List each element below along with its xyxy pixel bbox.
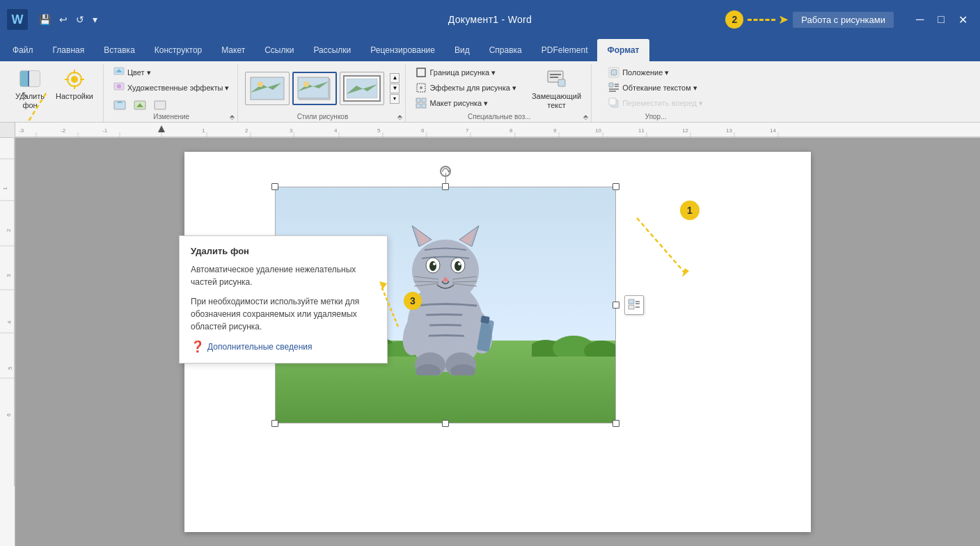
compress-images-button[interactable] xyxy=(111,98,129,113)
ribbon-group-change: Цвет ▾ Художественные эффекты ▾ xyxy=(105,64,239,122)
title-bar-left: W 💾 ↩ ↺ ▾ xyxy=(7,9,100,30)
ribbon-group-styles: ▲ ▼ ▾ Стили рисунков ⬘ xyxy=(239,64,406,122)
wrap-text-button[interactable]: Обтекание текстом ▾ xyxy=(606,81,700,95)
style-thumb-1[interactable] xyxy=(245,72,290,105)
svg-rect-30 xyxy=(416,104,420,108)
tab-layout[interactable]: Макет xyxy=(212,39,255,61)
handle-mid-right[interactable] xyxy=(612,302,619,309)
svg-rect-37 xyxy=(611,70,617,75)
cat-illustration xyxy=(376,215,515,375)
handle-top-right[interactable] xyxy=(612,183,619,190)
border-button[interactable]: Граница рисунка ▾ xyxy=(413,65,519,79)
svg-rect-21 xyxy=(298,77,329,98)
picture-effects-button[interactable]: Эффекты для рисунка ▾ xyxy=(413,81,519,95)
svg-rect-29 xyxy=(422,98,426,102)
image-layout-button[interactable] xyxy=(624,295,644,315)
tab-review[interactable]: Рецензирование xyxy=(361,39,445,61)
tab-references[interactable]: Ссылки xyxy=(255,39,303,61)
maximize-button[interactable]: □ xyxy=(932,12,950,28)
styles-group-expand[interactable]: ⬘ xyxy=(397,114,402,120)
tab-pdfelement[interactable]: PDFelement xyxy=(532,39,598,61)
tab-design[interactable]: Конструктор xyxy=(145,39,212,61)
tab-home[interactable]: Главная xyxy=(43,39,95,61)
style-scroll-more[interactable]: ▾ xyxy=(390,94,400,104)
svg-rect-2 xyxy=(29,71,40,86)
handle-top-left[interactable] xyxy=(271,183,278,190)
svg-rect-28 xyxy=(416,98,420,102)
qa-dropdown-button[interactable]: ▾ xyxy=(90,13,100,26)
placeholder-text-button[interactable]: Замещающийтекст xyxy=(528,65,585,113)
art-effects-icon xyxy=(113,82,125,93)
svg-text:3: 3 xyxy=(6,274,12,277)
style-scroll-down[interactable]: ▼ xyxy=(390,84,400,93)
svg-text:4: 4 xyxy=(334,127,338,134)
redo-button[interactable]: ↺ xyxy=(73,13,87,26)
wrap-text-icon xyxy=(608,82,619,93)
svg-rect-46 xyxy=(15,136,980,137)
remove-bg-button[interactable]: Удалитьфон ↖ xyxy=(11,65,49,113)
style-scroll-up[interactable]: ▲ xyxy=(390,73,400,83)
svg-rect-134 xyxy=(629,299,634,304)
reset-image-button[interactable] xyxy=(151,98,169,113)
tab-file[interactable]: Файл xyxy=(3,39,43,61)
ribbon-tabs: Файл Главная Вставка Конструктор Макет С… xyxy=(0,39,980,61)
art-effects-label: Художественные эффекты ▾ xyxy=(127,84,230,93)
title-bar: W 💾 ↩ ↺ ▾ Документ1 - Word 2 ➤ Работа с … xyxy=(0,0,980,39)
bring-forward-button[interactable]: Переместить вперед ▾ xyxy=(606,96,706,110)
color-button[interactable]: Цвет ▾ xyxy=(111,65,154,79)
tooltip-text1: Автоматическое удаление нежелательных ча… xyxy=(191,263,376,288)
styles-group-label: Стили рисунков xyxy=(239,113,405,120)
svg-rect-128 xyxy=(480,315,490,324)
picture-effects-icon xyxy=(416,82,427,93)
save-button[interactable]: 💾 xyxy=(36,13,54,26)
svg-text:12: 12 xyxy=(682,127,688,134)
tab-view[interactable]: Вид xyxy=(445,39,480,61)
bushes-right xyxy=(532,329,615,357)
style-thumb-2-inner xyxy=(294,73,335,104)
svg-text:13: 13 xyxy=(726,127,732,134)
svg-rect-31 xyxy=(422,104,426,108)
placeholder-label: Замещающийтекст xyxy=(532,92,581,110)
cursor-icon: ↖ xyxy=(21,89,29,100)
effects-group-expand[interactable]: ⬘ xyxy=(583,114,588,120)
svg-point-22 xyxy=(303,81,309,87)
change-image-button[interactable] xyxy=(131,98,149,113)
reset-img-icon xyxy=(154,99,166,111)
tooltip-link[interactable]: ❓ Дополнительные сведения xyxy=(191,340,376,353)
style-thumb-2[interactable] xyxy=(292,72,337,105)
style-thumb-3[interactable] xyxy=(340,72,384,105)
minimize-button[interactable]: ─ xyxy=(910,12,929,28)
svg-text:11: 11 xyxy=(638,127,645,134)
svg-text:4: 4 xyxy=(6,320,13,324)
bring-forward-label: Переместить вперед ▾ xyxy=(622,99,703,108)
image-layout-icon-svg xyxy=(627,298,641,312)
settings-button[interactable]: Настройки xyxy=(52,65,97,104)
title-right: 2 ➤ Работа с рисунками ─ □ ✕ xyxy=(725,10,973,29)
position-button[interactable]: Положение ▾ xyxy=(606,65,672,79)
svg-point-116 xyxy=(455,261,461,271)
app-icon: W xyxy=(7,9,28,30)
close-button[interactable]: ✕ xyxy=(953,12,973,28)
picture-layout-button[interactable]: Макет рисунка ▾ xyxy=(413,96,519,110)
handle-bot-left[interactable] xyxy=(271,420,278,427)
effects-col: Граница рисунка ▾ Эффекты для рисунка ▾ xyxy=(413,65,519,110)
tab-insert[interactable]: Вставка xyxy=(94,39,145,61)
handle-bot-mid[interactable] xyxy=(442,420,449,427)
undo-button[interactable]: ↩ xyxy=(56,13,70,26)
bring-forward-icon xyxy=(608,98,619,109)
tab-mailings[interactable]: Рассылки xyxy=(303,39,361,61)
step-1-badge: 1 xyxy=(680,201,700,220)
svg-text:3: 3 xyxy=(290,127,293,134)
svg-text:6: 6 xyxy=(6,413,12,416)
art-effects-button[interactable]: Художественные эффекты ▾ xyxy=(111,81,232,95)
color-label: Цвет ▾ xyxy=(127,68,151,77)
handle-bot-right[interactable] xyxy=(612,420,619,427)
remove-bg-label: Удалитьфон xyxy=(15,92,45,110)
change-group-expand[interactable]: ⬘ xyxy=(230,114,235,120)
tab-format[interactable]: Формат xyxy=(597,39,649,61)
svg-text:-2: -2 xyxy=(61,127,66,134)
handle-top-mid[interactable] xyxy=(442,183,449,190)
tab-help[interactable]: Справка xyxy=(480,39,532,61)
svg-point-118 xyxy=(458,263,461,265)
quick-access-toolbar: 💾 ↩ ↺ ▾ xyxy=(36,13,100,26)
